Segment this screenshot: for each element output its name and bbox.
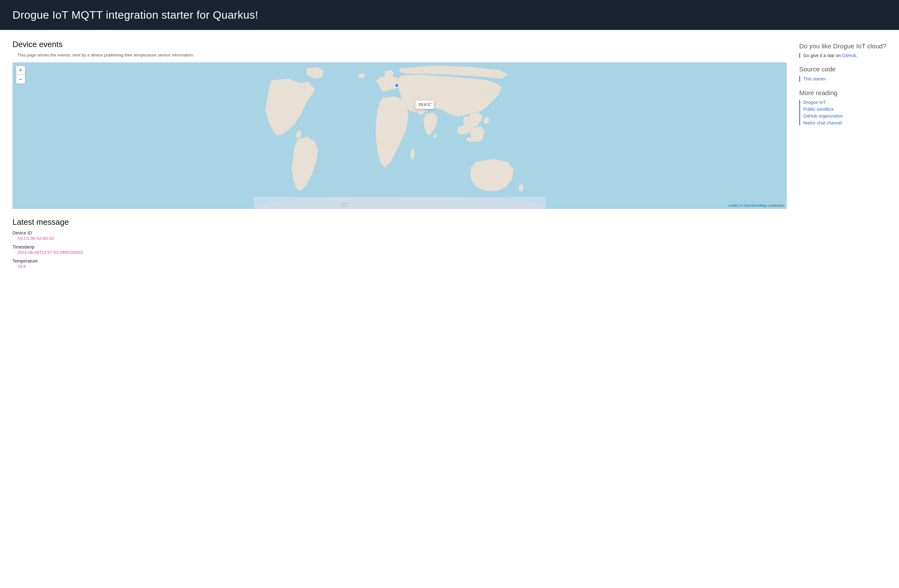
svg-text:Sea: Sea [342, 205, 346, 207]
map-container: Weddell Sea + − × 29.8°C Leaflet | © Ope… [12, 62, 787, 209]
github-star-text: Go give it a star on GitHub. [803, 53, 887, 58]
temperature-value: 29.8 [12, 264, 787, 269]
svg-point-5 [395, 83, 399, 87]
github-star-prefix: Go give it a star on [803, 53, 842, 58]
device-id-label: Device ID [12, 230, 787, 235]
device-events-desc: This page shows the events, sent by a de… [12, 53, 787, 57]
page-header: Drogue IoT MQTT integration starter for … [0, 0, 899, 30]
source-code-section: Source code This starter [799, 65, 887, 82]
map-controls: + − [16, 66, 25, 84]
device-id-value: A4:C1:38:A2:6D:42 [12, 236, 787, 241]
zoom-out-button[interactable]: − [16, 75, 25, 83]
attribution-suffix: contributors [768, 204, 785, 207]
timestamp-label: Timestamp [12, 244, 787, 249]
device-events-title: Device events [12, 40, 787, 49]
attribution-separator: | © [739, 204, 744, 207]
starter-link[interactable]: This starter [803, 76, 826, 81]
zoom-in-button[interactable]: + [16, 66, 25, 75]
popup-close-icon[interactable]: × [431, 101, 433, 105]
source-code-title: Source code [799, 65, 887, 73]
matrix-chat-link[interactable]: Matrix chat channel [803, 120, 887, 125]
more-reading-title: More reading [799, 89, 887, 97]
drogue-iot-link[interactable]: Drogue IoT [803, 100, 887, 105]
right-panel: Do you like Drogue IoT cloud? Go give it… [799, 40, 887, 269]
github-suffix: . [856, 53, 857, 58]
more-reading-links: Drogue IoT Public sandbox GitHub organiz… [799, 100, 887, 125]
like-title: Do you like Drogue IoT cloud? [799, 42, 887, 50]
leaflet-link[interactable]: Leaflet [728, 204, 738, 207]
github-org-link[interactable]: GitHub organization [803, 114, 887, 119]
public-sandbox-link[interactable]: Public sandbox [803, 106, 887, 112]
github-star-item: Go give it a star on GitHub. [799, 53, 887, 58]
page-title: Drogue IoT MQTT integration starter for … [12, 9, 887, 21]
temperature-label: Temperature [12, 258, 787, 264]
starter-link-item: This starter [799, 76, 887, 82]
more-reading-section: More reading Drogue IoT Public sandbox G… [799, 89, 887, 125]
main-content: Device events This page shows the events… [0, 30, 899, 279]
world-map-svg: Weddell Sea [13, 63, 786, 208]
left-panel: Device events This page shows the events… [12, 40, 787, 269]
timestamp-value: 2021-06-08T12:57:53.299515052Z [12, 250, 787, 255]
popup-temperature: 29.8°C [419, 102, 431, 107]
map-attribution: Leaflet | © OpenStreetMap contributors [728, 204, 785, 207]
osm-link[interactable]: OpenStreetMap [744, 204, 766, 207]
latest-message-title: Latest message [12, 218, 787, 227]
latest-message-section: Latest message Device ID A4:C1:38:A2:6D:… [12, 218, 787, 269]
github-link[interactable]: GitHub [842, 53, 856, 58]
map-temperature-popup: × 29.8°C [415, 100, 434, 109]
like-section: Do you like Drogue IoT cloud? Go give it… [799, 42, 887, 58]
